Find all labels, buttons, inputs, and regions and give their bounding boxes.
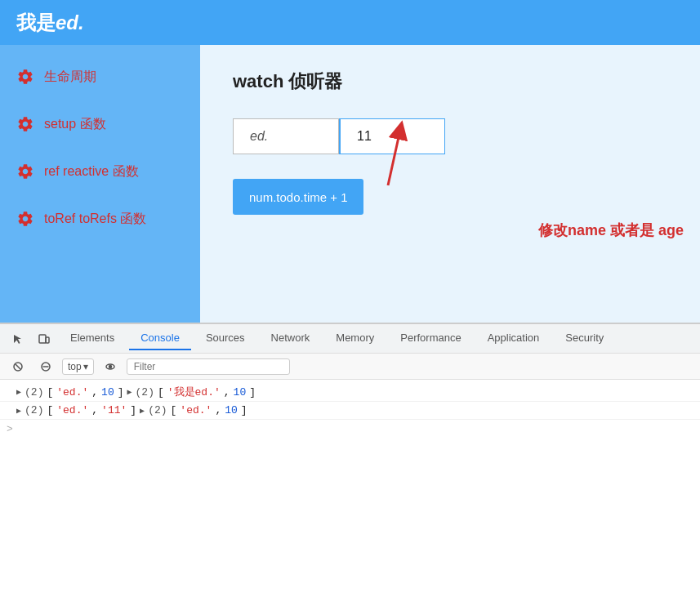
sidebar-item-lifecycle[interactable]: 生命周期	[0, 53, 200, 100]
console-num-1b: 10	[234, 386, 247, 399]
sidebar-item-ref-reactive[interactable]: ref reactive 函数	[0, 148, 200, 195]
console-bracket-open-2b: [	[171, 404, 177, 416]
console-bracket-open-1: [	[47, 386, 53, 399]
svg-rect-3	[46, 337, 49, 343]
expand-arrow-2b[interactable]: ▶	[140, 406, 145, 416]
sidebar-item-ref-reactive-label: ref reactive 函数	[44, 163, 139, 180]
ed-input[interactable]	[233, 118, 339, 154]
header: 我是ed.	[0, 0, 700, 45]
console-comma-1b: ,	[224, 386, 230, 399]
console-output: ▶ (2) [ 'ed.' , 10 ] ▶ (2) [ '我是ed.' , 1…	[0, 380, 700, 610]
content-panel: watch 侦听器 num.todo.time + 1 修改name 或者是 a…	[200, 45, 700, 323]
console-block-icon[interactable]	[34, 355, 57, 378]
console-string-2b: '11'	[101, 404, 127, 416]
sidebar-item-setup-label: setup 函数	[44, 116, 106, 133]
console-count-2: (2)	[25, 404, 43, 416]
gear-icon-ref-reactive	[16, 163, 34, 180]
content-title: watch 侦听器	[233, 69, 667, 94]
console-num-1a: 10	[101, 386, 114, 399]
console-bracket-close-1b: ]	[249, 386, 256, 399]
tab-sources[interactable]: Sources	[194, 327, 256, 350]
sidebar: 生命周期 setup 函数 ref reactive 函数 toRef toRe…	[0, 45, 200, 323]
console-prompt[interactable]: >	[0, 420, 700, 439]
header-title: 我是ed.	[16, 10, 84, 36]
devtools-responsive-icon[interactable]	[33, 327, 56, 350]
console-bracket-close-2b: ]	[241, 404, 247, 416]
console-clear-icon[interactable]	[7, 355, 29, 378]
console-string-1b: '我是ed.'	[167, 385, 221, 399]
dropdown-arrow-icon: ▾	[83, 361, 88, 372]
devtools-cursor-icon[interactable]	[7, 327, 29, 350]
devtools-tabbar: Elements Console Sources Network Memory …	[0, 324, 700, 354]
sidebar-item-lifecycle-label: 生命周期	[44, 69, 96, 86]
red-arrow-svg	[339, 114, 437, 187]
tab-elements[interactable]: Elements	[59, 327, 126, 350]
console-bracket-close-1: ]	[118, 386, 124, 399]
gear-icon-toref-torefs	[16, 210, 34, 228]
tab-network[interactable]: Network	[260, 327, 322, 350]
tab-application[interactable]: Application	[476, 327, 551, 350]
console-bracket-open-2: [	[47, 404, 53, 416]
header-title-suffix: ed.	[56, 11, 84, 33]
sidebar-item-toref-torefs-label: toRef toRefs 函数	[44, 211, 146, 228]
modify-annotation: 修改name 或者是 age	[538, 220, 684, 240]
expand-arrow-1[interactable]: ▶	[16, 387, 21, 397]
tab-security[interactable]: Security	[554, 327, 615, 350]
tab-console[interactable]: Console	[129, 327, 191, 350]
devtools: Elements Console Sources Network Memory …	[0, 323, 700, 610]
svg-point-9	[109, 365, 111, 367]
svg-rect-2	[39, 335, 46, 343]
console-line-1: ▶ (2) [ 'ed.' , 10 ] ▶ (2) [ '我是ed.' , 1…	[0, 383, 700, 402]
console-string-1a: 'ed.'	[56, 386, 88, 399]
console-comma-1a: ,	[91, 386, 98, 399]
console-num-2b: 10	[225, 404, 238, 416]
input-row	[233, 118, 667, 154]
console-comma-2b: ,	[215, 404, 221, 416]
console-top-selector[interactable]: top ▾	[62, 358, 94, 375]
console-bracket-open-1b: [	[158, 386, 164, 399]
console-toolbar: top ▾	[0, 354, 700, 380]
console-expand-2[interactable]: ▶	[127, 387, 132, 397]
console-string-2a: 'ed.'	[56, 404, 88, 416]
console-count-1: (2)	[25, 386, 43, 399]
tab-performance[interactable]: Performance	[389, 327, 472, 350]
console-line-2: ▶ (2) [ 'ed.' , '11' ] ▶ (2) [ 'ed.' , 1…	[0, 402, 700, 420]
console-eye-icon[interactable]	[99, 355, 122, 378]
console-bracket-close-2a: ]	[130, 404, 136, 416]
console-count-1b: (2)	[136, 386, 154, 399]
console-string-2c: 'ed.'	[180, 404, 212, 416]
top-label: top	[68, 361, 82, 372]
console-comma-2a: ,	[91, 404, 98, 416]
console-filter-input[interactable]	[127, 358, 290, 375]
sidebar-item-setup[interactable]: setup 函数	[0, 100, 200, 148]
svg-line-1	[388, 130, 400, 185]
console-count-2b: (2)	[148, 404, 167, 416]
arrow-annotation-area: num.todo.time + 1	[233, 179, 667, 215]
header-title-prefix: 我是	[16, 11, 56, 33]
expand-arrow-2[interactable]: ▶	[16, 406, 21, 416]
gear-icon-setup	[16, 115, 34, 133]
gear-icon-lifecycle	[16, 68, 34, 86]
svg-line-5	[16, 364, 20, 369]
tab-memory[interactable]: Memory	[324, 327, 386, 350]
main-area: 生命周期 setup 函数 ref reactive 函数 toRef toRe…	[0, 45, 700, 323]
sidebar-item-toref-torefs[interactable]: toRef toRefs 函数	[0, 195, 200, 243]
